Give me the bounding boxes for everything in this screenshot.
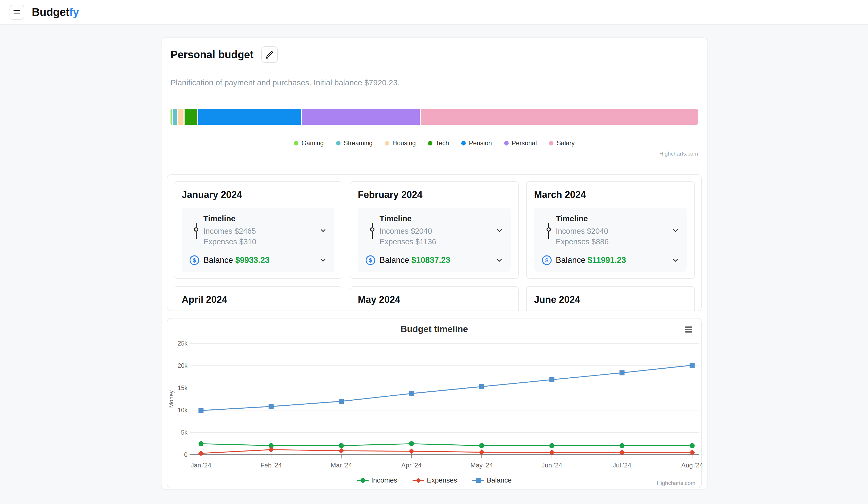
legend-marker-icon bbox=[472, 477, 484, 484]
legend-label: Expenses bbox=[427, 476, 457, 484]
timeline-row[interactable]: Timeline Incomes $2040 Expenses $1136 bbox=[365, 214, 503, 247]
bar-segment-salary[interactable] bbox=[421, 109, 698, 125]
bar-segment-pension[interactable] bbox=[198, 109, 301, 125]
chart-context-menu-icon[interactable] bbox=[684, 325, 693, 334]
chevron-down-icon[interactable] bbox=[319, 256, 327, 264]
legend-label: Incomes bbox=[371, 476, 397, 484]
data-point-marker[interactable] bbox=[690, 363, 695, 368]
category-stacked-bar bbox=[170, 109, 698, 125]
legend-marker-icon bbox=[428, 141, 432, 145]
chevron-down-icon[interactable] bbox=[672, 256, 680, 264]
month-card: February 2024 Timeline Incomes $2040 Exp… bbox=[350, 181, 518, 279]
balance-label: Balance bbox=[556, 255, 588, 265]
legend-marker-icon bbox=[294, 141, 298, 145]
y-axis-tick-label: 15k bbox=[178, 384, 188, 391]
svg-text:$: $ bbox=[193, 257, 196, 264]
chevron-down-icon[interactable] bbox=[495, 226, 503, 234]
data-point-marker[interactable] bbox=[690, 450, 695, 455]
legend-item-gaming[interactable]: Gaming bbox=[294, 139, 324, 147]
data-point-marker[interactable] bbox=[409, 448, 414, 454]
bar-segment-streaming[interactable] bbox=[173, 109, 177, 125]
data-point-marker[interactable] bbox=[199, 441, 204, 446]
month-title: May 2024 bbox=[358, 294, 510, 305]
legend-label: Pension bbox=[469, 139, 492, 147]
month-title: February 2024 bbox=[358, 189, 510, 200]
month-card: April 2024 $ bbox=[174, 286, 342, 311]
balance-row[interactable]: $ Balance $10837.23 bbox=[365, 255, 503, 265]
data-point-marker[interactable] bbox=[199, 408, 204, 413]
data-point-marker[interactable] bbox=[549, 450, 555, 455]
brand-primary: Budget bbox=[32, 6, 69, 18]
balance-value: $11991.23 bbox=[588, 255, 626, 265]
timeline-row[interactable]: Timeline Incomes $2040 Expenses $886 bbox=[541, 214, 680, 247]
legend-item-incomes[interactable]: Incomes bbox=[357, 476, 397, 484]
x-axis-tick-label: Jun '24 bbox=[541, 462, 562, 469]
data-point-marker[interactable] bbox=[619, 450, 625, 455]
data-point-marker[interactable] bbox=[360, 478, 365, 483]
y-axis-tick-label: 10k bbox=[178, 407, 188, 414]
chevron-down-icon[interactable] bbox=[495, 256, 503, 264]
expenses-text: Expenses $886 bbox=[556, 236, 667, 247]
svg-text:$: $ bbox=[369, 257, 372, 264]
data-point-marker[interactable] bbox=[269, 404, 274, 409]
month-panel: Timeline Incomes $2465 Expenses $310 $ B… bbox=[182, 208, 334, 272]
data-point-marker[interactable] bbox=[198, 451, 204, 456]
data-point-marker[interactable] bbox=[416, 478, 421, 483]
data-point-marker[interactable] bbox=[409, 441, 414, 446]
data-point-marker[interactable] bbox=[620, 443, 625, 448]
legend-item-expenses[interactable]: Expenses bbox=[413, 476, 457, 484]
x-axis-tick-label: May '24 bbox=[470, 462, 493, 469]
data-point-marker[interactable] bbox=[339, 443, 344, 448]
legend-item-personal[interactable]: Personal bbox=[504, 139, 537, 147]
category-legend: GamingStreamingHousingTechPensionPersona… bbox=[167, 139, 702, 147]
data-point-marker[interactable] bbox=[339, 399, 344, 404]
chevron-down-icon[interactable] bbox=[319, 226, 327, 234]
data-point-marker[interactable] bbox=[479, 443, 484, 448]
data-point-marker[interactable] bbox=[476, 478, 480, 483]
data-point-marker[interactable] bbox=[549, 443, 555, 448]
data-point-marker[interactable] bbox=[269, 447, 274, 452]
timeline-commit-icon bbox=[546, 223, 551, 239]
legend-item-balance[interactable]: Balance bbox=[472, 476, 512, 484]
month-card: March 2024 Timeline Incomes $2040 Expens… bbox=[526, 181, 695, 279]
highcharts-credit[interactable]: Highcharts.com bbox=[657, 480, 695, 486]
balance-row[interactable]: $ Balance $9933.23 bbox=[189, 255, 327, 265]
month-card: January 2024 Timeline Incomes $2465 Expe… bbox=[174, 181, 342, 279]
legend-item-salary[interactable]: Salary bbox=[549, 139, 575, 147]
x-axis-tick-label: Aug '24 bbox=[681, 462, 703, 469]
bar-segment-housing[interactable] bbox=[178, 109, 184, 125]
bar-segment-gaming[interactable] bbox=[170, 109, 172, 125]
legend-item-streaming[interactable]: Streaming bbox=[336, 139, 373, 147]
data-point-marker[interactable] bbox=[479, 384, 484, 389]
highcharts-credit[interactable]: Highcharts.com bbox=[170, 151, 698, 157]
chevron-down-icon[interactable] bbox=[672, 226, 680, 234]
timeline-commit-icon bbox=[194, 223, 199, 239]
balance-row[interactable]: $ Balance $11991.23 bbox=[541, 255, 680, 265]
hamburger-menu-button[interactable] bbox=[10, 5, 24, 20]
y-axis-tick-label: 25k bbox=[178, 340, 188, 347]
pencil-icon bbox=[265, 50, 274, 59]
data-point-marker[interactable] bbox=[479, 450, 485, 455]
legend-marker-icon bbox=[461, 141, 466, 145]
legend-label: Tech bbox=[436, 139, 449, 147]
timeline-row[interactable]: Timeline Incomes $2465 Expenses $310 bbox=[189, 214, 327, 247]
data-point-marker[interactable] bbox=[549, 377, 555, 382]
edit-budget-button[interactable] bbox=[261, 47, 278, 63]
bar-segment-personal[interactable] bbox=[302, 109, 420, 125]
month-panel: Timeline Incomes $2040 Expenses $1136 $ … bbox=[358, 208, 510, 272]
expenses-text: Expenses $1136 bbox=[380, 236, 491, 247]
data-point-marker[interactable] bbox=[339, 448, 344, 454]
month-panel: Timeline Incomes $2040 Expenses $886 $ B… bbox=[534, 208, 687, 272]
data-point-marker[interactable] bbox=[409, 391, 414, 396]
data-point-marker[interactable] bbox=[690, 443, 695, 448]
bar-segment-tech[interactable] bbox=[185, 109, 197, 125]
legend-item-tech[interactable]: Tech bbox=[428, 139, 449, 147]
legend-item-housing[interactable]: Housing bbox=[385, 139, 416, 147]
data-point-marker[interactable] bbox=[620, 370, 625, 375]
timeline-heading: Timeline bbox=[203, 214, 315, 223]
dollar-circle-icon: $ bbox=[541, 255, 552, 265]
month-title: June 2024 bbox=[534, 294, 687, 305]
legend-item-pension[interactable]: Pension bbox=[461, 139, 492, 147]
x-axis-tick-label: Mar '24 bbox=[331, 462, 352, 469]
balance-value: $9933.23 bbox=[235, 255, 270, 265]
